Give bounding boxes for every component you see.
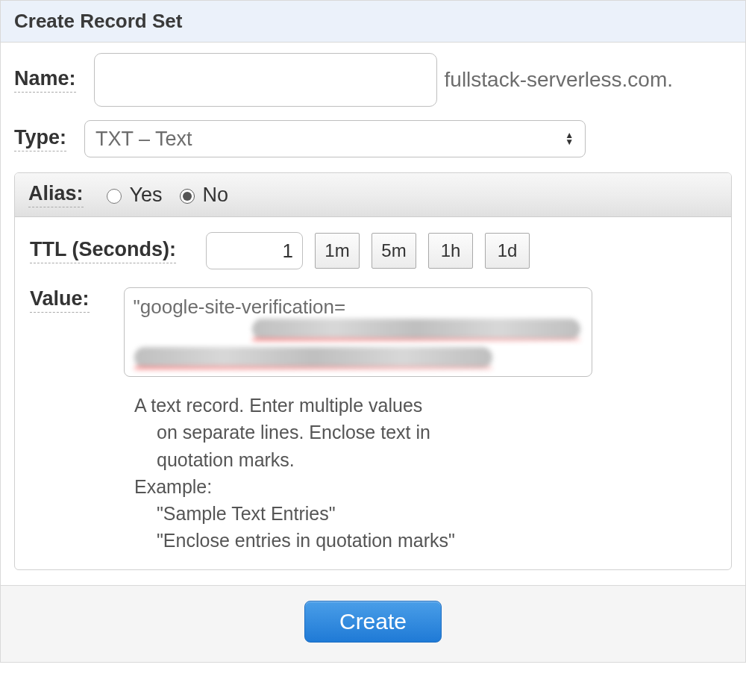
type-row: Type: TXT – Text ▲▼ bbox=[14, 120, 732, 157]
name-label: Name: bbox=[14, 67, 76, 93]
value-label: Value: bbox=[30, 287, 90, 313]
type-select[interactable]: TXT – Text bbox=[84, 120, 586, 157]
value-help: A text record. Enter multiple values on … bbox=[134, 392, 716, 554]
value-row: Value: "google-site-verification= bbox=[30, 287, 716, 380]
alias-body: TTL (Seconds): 1m 5m 1h 1d Value: "googl… bbox=[15, 217, 731, 569]
create-record-set-panel: Create Record Set Name: fullstack-server… bbox=[0, 0, 746, 663]
help-example-2: "Enclose entries in quotation marks" bbox=[134, 527, 716, 554]
ttl-preset-1m[interactable]: 1m bbox=[315, 233, 360, 269]
alias-panel: Alias: Yes No TTL (Seconds): 1m 5m 1h bbox=[14, 172, 732, 570]
name-row: Name: fullstack-serverless.com. bbox=[14, 53, 732, 107]
ttl-preset-1h[interactable]: 1h bbox=[428, 233, 473, 269]
help-example-1: "Sample Text Entries" bbox=[134, 500, 716, 527]
domain-suffix: fullstack-serverless.com. bbox=[445, 68, 674, 92]
alias-no-text: No bbox=[203, 184, 229, 207]
help-line-2: on separate lines. Enclose text in bbox=[134, 419, 716, 446]
alias-yes-option[interactable]: Yes bbox=[103, 184, 163, 207]
type-select-wrap: TXT – Text ▲▼ bbox=[84, 120, 586, 157]
panel-title: Create Record Set bbox=[1, 0, 745, 43]
alias-header: Alias: Yes No bbox=[15, 173, 731, 217]
value-box: "google-site-verification= bbox=[124, 287, 592, 380]
ttl-label: TTL (Seconds): bbox=[30, 238, 176, 263]
value-textarea[interactable]: "google-site-verification= bbox=[124, 287, 592, 377]
alias-no-radio[interactable] bbox=[180, 189, 195, 204]
footer-bar: Create bbox=[1, 585, 745, 662]
alias-yes-text: Yes bbox=[130, 184, 163, 207]
alias-label: Alias: bbox=[28, 182, 84, 207]
help-example-label: Example: bbox=[134, 473, 716, 500]
alias-no-option[interactable]: No bbox=[176, 184, 229, 207]
create-button[interactable]: Create bbox=[304, 601, 442, 643]
help-line-1: A text record. Enter multiple values bbox=[134, 392, 716, 419]
type-label: Type: bbox=[14, 126, 66, 151]
help-line-3: quotation marks. bbox=[134, 446, 716, 473]
alias-yes-radio[interactable] bbox=[107, 189, 122, 204]
form-body: Name: fullstack-serverless.com. Type: TX… bbox=[1, 43, 745, 585]
ttl-preset-5m[interactable]: 5m bbox=[372, 233, 416, 269]
ttl-input[interactable] bbox=[206, 232, 303, 269]
ttl-row: TTL (Seconds): 1m 5m 1h 1d bbox=[30, 232, 716, 269]
ttl-preset-1d[interactable]: 1d bbox=[485, 233, 530, 269]
name-input[interactable] bbox=[94, 53, 437, 107]
